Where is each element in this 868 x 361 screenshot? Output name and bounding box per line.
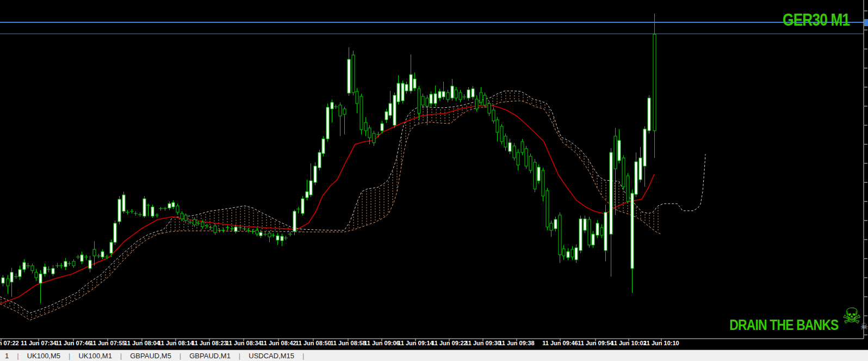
time-axis-label: 11 Jun 08:23: [191, 340, 227, 346]
time-axis-label: 11 Jun 08:34: [226, 340, 261, 346]
time-axis-label: 11 Jun 09:38: [499, 340, 534, 346]
tab-separator: |: [120, 352, 122, 360]
small-skull-icon: ☠: [860, 322, 868, 331]
kumo-hatch: [1, 93, 658, 319]
time-axis-label: 11 Jun 09:06: [364, 340, 399, 346]
time-axis-label: 11 Jun 10:10: [643, 340, 679, 346]
kumo-span-a-line: [0, 91, 705, 313]
chart-tab[interactable]: UK100,M1: [77, 352, 113, 360]
chart-tab[interactable]: GBPAUD,M5: [128, 352, 173, 360]
time-axis-label: 11 Jun 08:58: [330, 340, 365, 346]
chart-tab[interactable]: GBPAUD,M1: [188, 352, 232, 360]
tab-separator: |: [17, 352, 18, 360]
time-axis-label: 11 Jun 07:34: [21, 340, 56, 346]
skull-crossbones-icon: ☠: [842, 305, 861, 327]
symbol-timeframe-watermark: GER30 M1: [783, 10, 850, 30]
chart-tab[interactable]: UK100,M5: [26, 352, 62, 360]
chart-tab[interactable]: 1: [3, 352, 10, 360]
time-axis-label: 11 Jun 09:22: [431, 340, 467, 346]
time-axis-label: 11 Jun 08:04: [124, 340, 159, 346]
time-axis[interactable]: 11 Jun 07:2211 Jun 07:3411 Jun 07:4611 J…: [0, 340, 868, 348]
price-chart-canvas[interactable]: [0, 0, 868, 361]
time-axis-label: 11 Jun 09:30: [465, 340, 500, 346]
time-axis-label: 11 Jun 10:02: [611, 340, 646, 346]
chart-tabs-bar: 1|UK100,M5|UK100,M1|GBPAUD,M5|GBPAUD,M1|…: [0, 350, 868, 361]
mt4-chart-window: GER30 M1 DRAIN THE BANKS ☠ ☠ 11 Jun 07:2…: [0, 0, 868, 361]
time-axis-label: 11 Jun 07:55: [90, 340, 125, 346]
current-price-marker: [864, 19, 868, 26]
time-axis-label: 11 Jun 09:14: [398, 340, 433, 346]
chart-tab[interactable]: USDCAD,M15: [247, 352, 296, 360]
tab-separator: |: [302, 352, 304, 360]
time-axis-label: 11 Jun 07:46: [55, 340, 91, 346]
tab-separator: |: [69, 352, 70, 360]
time-axis-label: 11 Jun 07:22: [0, 340, 19, 346]
kumo-span-b-line: [0, 101, 661, 320]
tab-separator: |: [179, 352, 181, 360]
time-axis-label: 11 Jun 08:42: [261, 340, 296, 346]
time-axis-label: 11 Jun 09:46: [542, 340, 578, 346]
time-axis-label: 11 Jun 09:54: [578, 340, 613, 346]
time-axis-label: 11 Jun 08:50: [295, 340, 331, 346]
watermark-drain-the-banks: DRAIN THE BANKS: [730, 317, 839, 334]
time-axis-label: 11 Jun 08:14: [158, 340, 193, 346]
tab-separator: |: [239, 352, 240, 360]
candles-group: [2, 14, 656, 303]
price-axis[interactable]: [864, 0, 868, 339]
